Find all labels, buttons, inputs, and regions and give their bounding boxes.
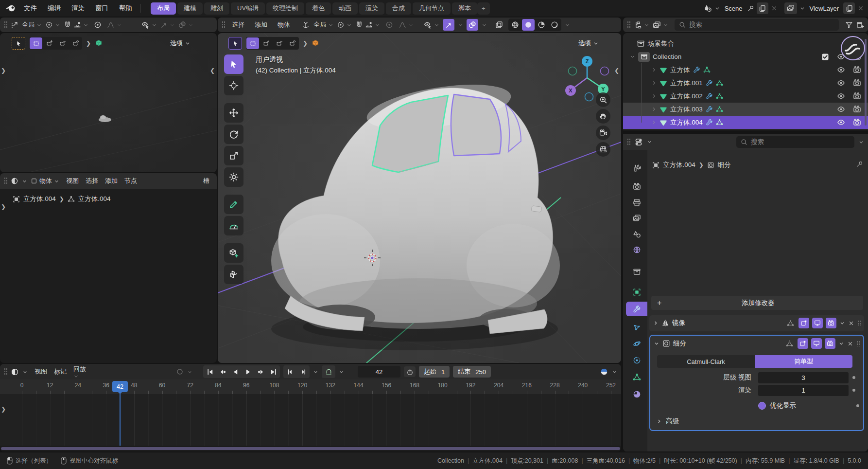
properties-tab-output[interactable] bbox=[626, 195, 647, 210]
outliner-row-collection[interactable]: Collection bbox=[623, 50, 868, 63]
shader-editor[interactable]: 物体 视图选择添加节点 槽 立方体.004 ❯ 立方体.004 ❯ bbox=[0, 173, 217, 363]
viewport-menu-选择[interactable]: 选择 bbox=[228, 20, 248, 29]
active-tool-icon[interactable] bbox=[12, 37, 25, 50]
disable-in-render-toggle[interactable] bbox=[853, 118, 861, 126]
expand-panel-arrow[interactable]: ❯ bbox=[1, 406, 6, 413]
pin-icon[interactable] bbox=[747, 5, 754, 12]
next-keyframe-button[interactable] bbox=[255, 366, 266, 377]
drag-grip[interactable] bbox=[222, 21, 225, 29]
mesh-data-icon[interactable] bbox=[716, 106, 723, 113]
outliner-row-scene-collection[interactable]: 场景集合 bbox=[623, 37, 868, 50]
shading-rendered-button[interactable] bbox=[548, 19, 561, 31]
select-mode-subtract[interactable] bbox=[273, 37, 285, 49]
scene-name[interactable]: Scene bbox=[725, 5, 743, 12]
workspace-tab-布局[interactable]: 布局 bbox=[151, 2, 176, 15]
copy-scene-icon[interactable] bbox=[757, 2, 768, 14]
outliner-row-立方体[interactable]: 立方体 bbox=[623, 63, 868, 76]
show-in-viewport-icon[interactable] bbox=[811, 338, 822, 349]
disable-in-render-toggle[interactable] bbox=[853, 66, 861, 74]
active-tool-icon[interactable] bbox=[228, 37, 242, 50]
close-icon[interactable] bbox=[848, 320, 854, 326]
xray-toggle[interactable] bbox=[493, 19, 505, 31]
properties-tab-scene[interactable] bbox=[626, 227, 647, 241]
topbar-menu-编辑[interactable]: 编辑 bbox=[42, 4, 66, 13]
tool-annotate-button[interactable] bbox=[224, 195, 243, 214]
gizmos-dropdown[interactable] bbox=[458, 22, 463, 28]
outliner-row-立方体.002[interactable]: 立方体.002 bbox=[623, 90, 868, 103]
shading-wireframe-button[interactable] bbox=[509, 19, 521, 31]
modifier-mirror-panel[interactable]: 镜像 bbox=[649, 315, 864, 331]
stopwatch-icon[interactable] bbox=[404, 366, 416, 377]
animate-dot[interactable] bbox=[852, 376, 855, 379]
scene-selector[interactable]: Scene bbox=[704, 2, 778, 14]
properties-tab-render[interactable] bbox=[626, 179, 647, 194]
transform-orientation-dropdown[interactable]: 全局 bbox=[302, 20, 333, 29]
collapse-sidebar-arrow[interactable]: ❮ bbox=[614, 67, 619, 74]
shading-material-button[interactable] bbox=[535, 19, 548, 31]
workspace-tab-合成[interactable]: 合成 bbox=[386, 2, 411, 15]
new-collection-button[interactable] bbox=[856, 21, 864, 29]
editor-type-icon[interactable] bbox=[11, 177, 18, 185]
hide-in-viewport-toggle[interactable] bbox=[837, 92, 845, 100]
viewlayer-name[interactable]: ViewLayer bbox=[810, 5, 839, 12]
select-mode-extend[interactable] bbox=[260, 37, 272, 49]
breadcrumb-object[interactable]: 立方体.004 bbox=[23, 195, 56, 203]
mesh-data-icon[interactable] bbox=[716, 79, 723, 87]
outliner-display-mode-dropdown[interactable] bbox=[634, 21, 649, 29]
pan-hand-button[interactable] bbox=[596, 109, 610, 124]
gizmos-toggle[interactable] bbox=[443, 19, 454, 31]
hide-in-viewport-toggle[interactable] bbox=[837, 118, 845, 126]
play-reverse-button[interactable] bbox=[229, 366, 241, 377]
add-modifier-button[interactable]: + 添加修改器 bbox=[651, 296, 863, 310]
outliner-filter-id-dropdown[interactable] bbox=[653, 21, 668, 29]
disable-in-render-toggle[interactable] bbox=[853, 92, 861, 100]
properties-tab-tool[interactable] bbox=[626, 161, 647, 175]
properties-tab-material[interactable] bbox=[626, 387, 647, 401]
hide-in-viewport-toggle[interactable] bbox=[837, 105, 845, 113]
select-mode-extend[interactable] bbox=[43, 37, 55, 49]
outliner-row-立方体.004[interactable]: 立方体.004 bbox=[623, 116, 868, 129]
mesh-cube-icon[interactable] bbox=[95, 39, 103, 47]
editor-type-icon[interactable] bbox=[11, 368, 19, 376]
shader-menu-视图[interactable]: 视图 bbox=[63, 177, 82, 185]
drag-grip[interactable] bbox=[857, 320, 861, 326]
frame-end-field[interactable]: 结束250 bbox=[453, 366, 491, 378]
breadcrumb-object[interactable]: 立方体.004 bbox=[663, 161, 695, 169]
optimal-display-checkbox[interactable] bbox=[758, 402, 766, 410]
chevron-down-icon[interactable] bbox=[839, 320, 845, 326]
left-viewport-options-button[interactable]: 选项 bbox=[170, 39, 191, 48]
properties-tab-constraints[interactable] bbox=[626, 353, 647, 367]
transform-orientation-dropdown[interactable]: 全局 bbox=[22, 20, 42, 29]
drag-grip[interactable] bbox=[856, 341, 860, 346]
jump-to-end-button[interactable] bbox=[267, 366, 279, 377]
jump-to-start-button[interactable] bbox=[204, 366, 216, 377]
topbar-menu-渲染[interactable]: 渲染 bbox=[66, 4, 90, 13]
workspace-tab-动画[interactable]: 动画 bbox=[332, 2, 358, 15]
snap-dropdown[interactable] bbox=[64, 21, 88, 29]
collection-checkbox[interactable] bbox=[821, 53, 829, 61]
blender-logo-icon[interactable] bbox=[5, 4, 17, 13]
properties-tab-world[interactable] bbox=[626, 242, 647, 257]
slot-dropdown[interactable]: 槽 bbox=[200, 177, 213, 185]
tool-extrude-button[interactable] bbox=[224, 265, 243, 284]
properties-filter-icon[interactable] bbox=[634, 138, 643, 146]
tool-rotate-button[interactable] bbox=[224, 125, 243, 144]
toggle-grid-button[interactable] bbox=[596, 142, 610, 157]
collapse-panel-arrow[interactable]: ❮ bbox=[210, 67, 215, 74]
drag-grip[interactable] bbox=[4, 177, 7, 185]
timeline-ruler[interactable]: 0122436486072849610812013214415616818019… bbox=[0, 379, 621, 394]
chevron-down-icon[interactable] bbox=[313, 369, 318, 375]
mesh-data-icon[interactable] bbox=[716, 92, 723, 100]
hide-in-viewport-toggle[interactable] bbox=[837, 79, 845, 87]
tool-move-button[interactable] bbox=[224, 103, 243, 123]
secondary-viewport[interactable]: ❯ 选项 ❯ ❮ bbox=[0, 33, 217, 172]
properties-tab-particles[interactable] bbox=[626, 320, 647, 335]
frame-start-field[interactable]: 起始1 bbox=[419, 366, 450, 378]
timeline-tracks[interactable] bbox=[0, 394, 621, 446]
close-icon[interactable] bbox=[847, 341, 853, 347]
overlays-dropdown[interactable] bbox=[482, 22, 487, 28]
timeline-menu-视图[interactable]: 视图 bbox=[31, 367, 51, 376]
chevron-down-icon[interactable] bbox=[858, 139, 864, 145]
tool-measure-button[interactable] bbox=[224, 216, 243, 235]
disable-in-render-toggle[interactable] bbox=[853, 79, 861, 87]
